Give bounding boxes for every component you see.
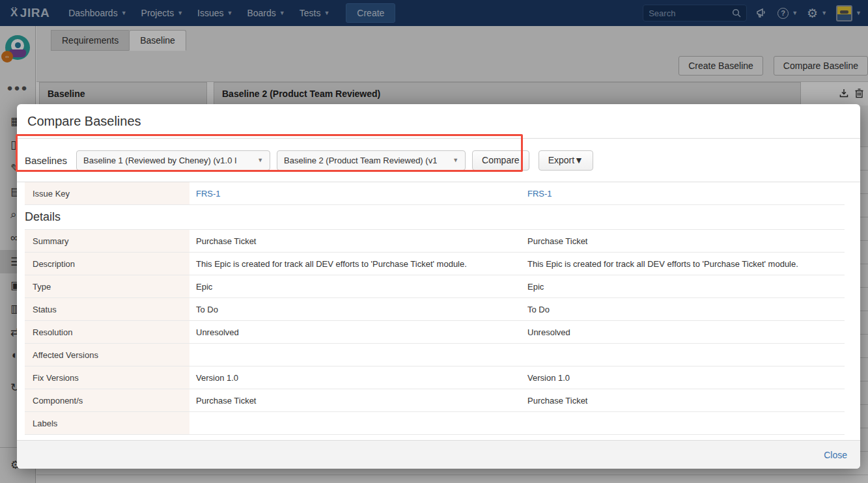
comparison-rows: SummaryPurchase TicketPurchase TicketDes… (25, 230, 845, 435)
dialog-header: Compare Baselines (17, 104, 860, 139)
app-window: ẌJIRA Dashboards▼Projects▼Issues▼Boards▼… (0, 0, 868, 483)
row-value-right: Version 1.0 (521, 366, 845, 389)
row-value-left: This Epic is created for track all DEV e… (189, 253, 521, 275)
row-value-left: Purchase Ticket (189, 389, 521, 411)
issue-link-left[interactable]: FRS-1 (196, 189, 221, 199)
row-value-right: To Do (521, 298, 845, 320)
row-label: Fix Versions (25, 366, 189, 389)
baseline1-select[interactable]: Baseline 1 (Reviewed by Cheney) (v1.0 I … (76, 150, 270, 171)
row-value-left (189, 344, 521, 366)
row-value-right: Purchase Ticket (521, 389, 845, 411)
export-label: Export (548, 155, 574, 165)
row-label: Status (25, 298, 189, 320)
row-value-right: This Epic is created for track all DEV e… (521, 253, 845, 275)
row-label: Description (25, 253, 189, 275)
table-row: TypeEpicEpic (25, 275, 845, 298)
compare-button[interactable]: Compare (472, 150, 529, 171)
row-value-right: Purchase Ticket (521, 230, 845, 252)
details-section-title: Details (25, 210, 61, 224)
row-value-left: Unresolved (189, 321, 521, 343)
chevron-down-icon: ▼ (257, 157, 263, 163)
close-link[interactable]: Close (824, 450, 847, 460)
row-value-left: Version 1.0 (189, 366, 521, 389)
table-row: SummaryPurchase TicketPurchase Ticket (25, 230, 845, 253)
table-row: Affected Versions (25, 344, 845, 366)
row-value-right: Unresolved (521, 321, 845, 343)
row-value-left: Purchase Ticket (189, 230, 521, 252)
row-label: Component/s (25, 389, 189, 411)
row-value-right (521, 344, 845, 366)
issue-link-right[interactable]: FRS-1 (527, 189, 552, 199)
table-row: Fix VersionsVersion 1.0Version 1.0 (25, 366, 845, 389)
baseline2-select-value: Baseline 2 (Product Team Reviewed) (v1 (284, 156, 437, 165)
row-label: Summary (25, 230, 189, 252)
table-row: Component/sPurchase TicketPurchase Ticke… (25, 389, 845, 412)
row-value-left: Epic (189, 275, 521, 297)
table-row: StatusTo DoTo Do (25, 298, 845, 321)
issue-key-row: Issue Key FRS-1 FRS-1 (25, 182, 845, 205)
chevron-down-icon: ▼ (453, 157, 458, 163)
compare-baselines-dialog: Compare Baselines Baselines Baseline 1 (… (17, 104, 860, 469)
row-value-left: To Do (189, 298, 521, 320)
table-row: DescriptionThis Epic is created for trac… (25, 253, 845, 275)
table-row: Labels (25, 412, 845, 435)
row-label: Affected Versions (25, 344, 189, 366)
baseline1-select-value: Baseline 1 (Reviewed by Cheney) (v1.0 I (83, 156, 237, 165)
table-row: ResolutionUnresolvedUnresolved (25, 321, 845, 344)
baseline2-select[interactable]: Baseline 2 (Product Team Reviewed) (v1 ▼ (277, 150, 466, 171)
row-value-left (189, 412, 521, 434)
chevron-down-icon: ▼ (574, 155, 583, 165)
row-label: Resolution (25, 321, 189, 343)
baselines-label: Baselines (25, 155, 67, 166)
comparison-table: Issue Key FRS-1 FRS-1 Details SummaryPur… (25, 182, 845, 435)
row-value-right (521, 412, 845, 434)
export-button[interactable]: Export ▼ (539, 150, 593, 171)
dialog-footer: Close (17, 440, 860, 469)
dialog-title: Compare Baselines (27, 114, 141, 129)
baseline-selector-row: Baselines Baseline 1 (Reviewed by Cheney… (17, 139, 860, 182)
row-label: Issue Key (25, 182, 189, 204)
row-label: Type (25, 275, 189, 297)
row-value-right: Epic (521, 275, 845, 297)
row-label: Labels (25, 412, 189, 434)
details-section-header: Details (25, 205, 845, 230)
